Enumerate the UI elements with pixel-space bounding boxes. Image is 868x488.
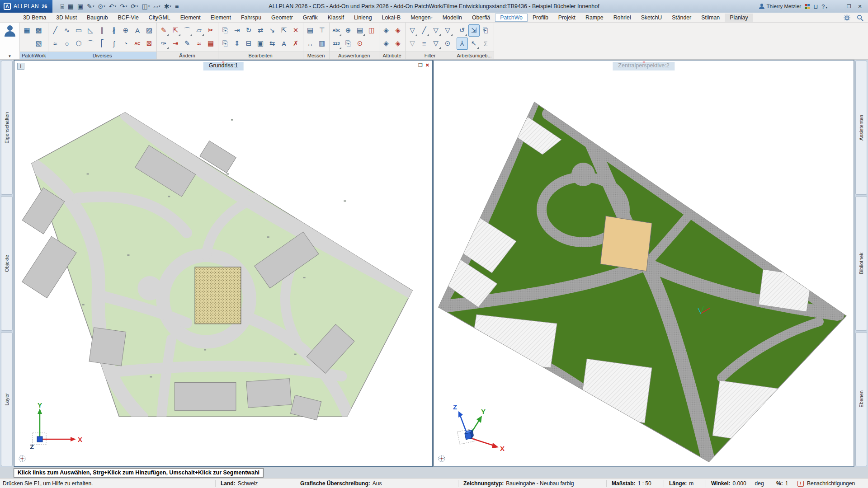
label-text-icon[interactable]: Abc [331,24,342,37]
help-icon[interactable]: ? ▾ [821,3,827,10]
zoom-section-icon[interactable]: ⇲ [468,24,480,37]
user-account[interactable]: Thierry Metzler [759,4,801,9]
modify-point-icon[interactable]: ⇱ [170,24,181,37]
measure-length-icon[interactable]: ▤ [305,24,316,37]
dropdown-arrow-icon[interactable]: ▾ [104,5,105,8]
axis-input-icon[interactable]: ⅄ [457,38,468,50]
chart-icon[interactable]: ◫ [366,24,377,37]
freeform-curve-icon[interactable]: ʃ [108,38,120,50]
minimize-button[interactable]: — [834,3,843,10]
menu-projekt[interactable]: Projekt [553,14,580,22]
stretch-icon[interactable]: ⇱ [278,24,290,37]
move-icon[interactable]: ⇥ [231,24,243,37]
viewport-perspective-tab[interactable]: Zentralperspektive:2 [613,62,675,70]
undo-icon[interactable]: ↶▾ [108,1,118,11]
distribute-icon[interactable]: ⇕ [231,38,243,50]
filter-pipette-icon[interactable]: ╱ [419,24,430,37]
overflow-icon[interactable]: ≡ [174,1,180,11]
window-2-icon[interactable]: ▱▾ [152,1,161,11]
dropdown-arrow-icon[interactable]: ▾ [93,5,94,8]
redo-icon[interactable]: ↷▾ [118,1,128,11]
status-grafische-ueberschreibung-value[interactable]: Aus [373,480,382,487]
rotate-coordinate-icon[interactable]: ↺ [457,24,468,37]
status-winkel-value[interactable]: 0.000 [733,480,746,487]
patchwork-surface-icon[interactable]: ▦ [21,24,33,37]
fillet-icon[interactable]: ⌒ [182,24,193,37]
dropdown-arrow-icon[interactable]: ▾ [159,5,160,8]
copy-icon[interactable]: ⎘ [220,24,231,37]
mirror-copy-icon[interactable]: ⇆ [267,38,278,50]
delete-icon[interactable]: ✕ [290,24,302,37]
menu-fahrspu[interactable]: Fahrspu [236,14,266,22]
menu-baugrub[interactable]: Baugrub [82,14,113,22]
palette-tab-eigenschaften[interactable]: Eigenschaften [1,61,13,195]
modify-pen-icon[interactable]: ✎ [158,24,170,37]
modify-building-icon[interactable]: ▦ [205,38,217,50]
repeat-icon[interactable]: ⟳▾ [129,1,139,11]
menu-rohrlei[interactable]: Rohrlei [609,14,636,22]
menu-profilb[interactable]: Profilb [528,14,553,22]
shop-cart-icon[interactable]: ⊔ [813,3,818,10]
break-element-icon[interactable]: ✂ [205,24,217,37]
toolgroup-label[interactable]: Ändern [157,52,218,59]
tools-icon[interactable]: ✱▾ [163,1,173,11]
menu-element[interactable]: Element [206,14,236,22]
label-number-icon[interactable]: 123 [331,38,342,50]
layout-page-icon[interactable]: ⎘ [343,38,354,50]
status-laenge-value[interactable]: m [689,480,693,487]
save-icon[interactable]: ▣ [76,1,85,11]
parallel-lines-icon[interactable]: ∥ [97,24,108,37]
align-icon[interactable]: ⊟ [243,38,255,50]
menu-st-nder[interactable]: Ständer [667,14,696,22]
menu-mengen-[interactable]: Mengen- [406,14,438,22]
text-icon[interactable]: A [132,24,143,37]
offset-line-icon[interactable]: ∦ [108,24,120,37]
menu-citygml[interactable]: CityGML [144,14,175,22]
menu-3d-must[interactable]: 3D Must [51,14,82,22]
find-document-icon[interactable]: ⊙▾ [97,1,107,11]
copy-between-documents-icon[interactable]: ⎘ [220,38,231,50]
filter-sum-icon[interactable]: ▽ [442,24,453,37]
patchwork-attributes-icon[interactable]: ▧ [33,38,44,50]
toolgroup-label[interactable]: Bearbeiten [218,52,303,59]
arc-icon[interactable]: ⌒ [85,38,96,50]
origin-compass-icon[interactable] [438,455,446,463]
menu-planlay[interactable]: Planlay [725,14,753,22]
delete-hatch-icon[interactable]: ⊠ [144,38,155,50]
toolgroup-label[interactable]: Arbeitsumgeb... [455,52,494,59]
measure-elevation-icon[interactable]: ⊤ [316,24,328,37]
menu-klassif[interactable]: Klassif [323,14,349,22]
toolgroup-label[interactable]: Messen [303,52,329,59]
menu-element[interactable]: Element [175,14,206,22]
project-navigator-icon[interactable]: ▦ [66,1,75,11]
palette-tab-assistenten[interactable]: Assistenten [855,61,867,195]
spline-icon[interactable]: ∿ [61,24,73,37]
status-prozent-value[interactable]: 1 [785,480,788,487]
profile-dropdown-icon[interactable]: ▼ [8,54,12,58]
hatch-icon[interactable]: ▨ [144,24,155,37]
actionbar-profile[interactable]: ▼ [0,23,20,59]
menu-3d-bema[interactable]: 3D Bema [18,14,51,22]
resize-text-icon[interactable]: A [278,38,290,50]
format-brush-icon[interactable]: ✑ [158,38,170,50]
open-project-icon[interactable]: ⌸ [59,1,65,11]
status-winkel-unit[interactable]: deg [755,480,764,487]
status-notifications[interactable]: !Benachrichtigungen [797,479,855,488]
menu-geometr[interactable]: Geometr [266,14,298,22]
page-turn-icon[interactable]: ⎗ [480,24,491,37]
filter-remove-icon[interactable]: ▽ [430,38,442,50]
menu-sketchu[interactable]: SketchU [636,14,667,22]
close-button[interactable]: ✕ [855,3,864,10]
view-windows-icon[interactable]: ◫▾ [141,1,151,11]
dropdown-arrow-icon[interactable]: ▾ [170,5,171,8]
menu-oberfl-[interactable]: Oberflä [467,14,495,22]
dropdown-arrow-icon[interactable]: ▾ [148,5,150,8]
settings-gear-icon[interactable] [844,14,850,21]
modify-surface-icon[interactable]: ▱ [193,24,205,37]
search-icon[interactable] [857,14,863,21]
edit-sheet-icon[interactable]: ✎ [182,38,193,50]
line-icon[interactable]: ╱ [50,24,61,37]
status-massstab-value[interactable]: 1 : 50 [638,480,651,487]
dropdown-arrow-icon[interactable]: ▾ [137,5,138,8]
rectangle-icon[interactable]: ▭ [73,24,85,37]
